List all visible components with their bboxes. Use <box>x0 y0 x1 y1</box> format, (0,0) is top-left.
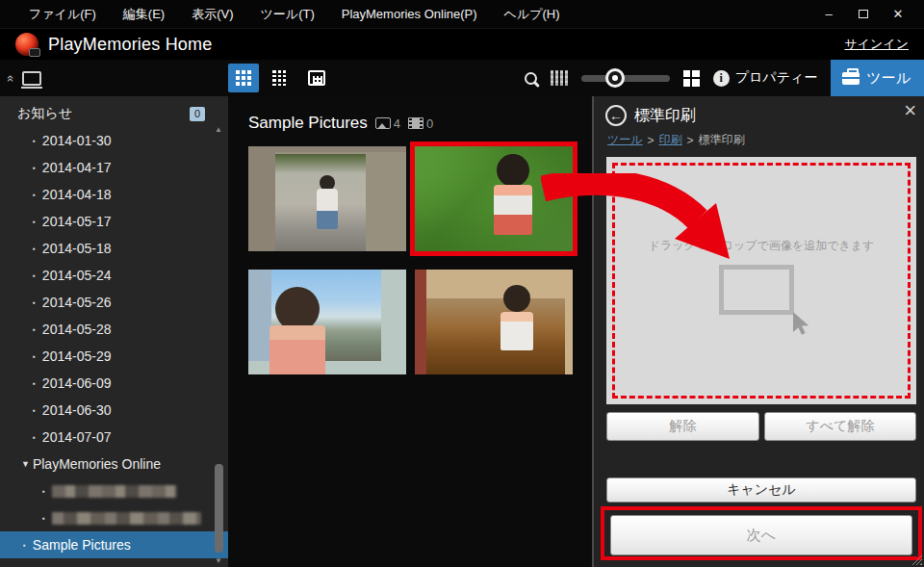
bullet-icon: ▪ <box>33 379 36 388</box>
photo-thumbnail-2-selected[interactable] <box>415 146 573 251</box>
app-title: PlayMemories Home <box>48 35 212 55</box>
monitor-icon[interactable] <box>22 71 41 86</box>
close-window-button[interactable]: ✕ <box>884 4 912 25</box>
sign-in-link[interactable]: サインイン <box>844 36 909 53</box>
sidebar-notice-header[interactable]: お知らせ 0 <box>0 100 228 127</box>
print-dropzone[interactable]: ドラッグ & ドロップで画像を追加できます <box>606 157 916 404</box>
menu-file[interactable]: ファイル(F) <box>0 0 110 29</box>
censored-album-name <box>52 485 177 498</box>
collapse-sidebar-icon[interactable]: « <box>5 74 17 81</box>
thumbnail-grid <box>248 146 606 376</box>
bullet-icon: ▪ <box>33 325 36 334</box>
grid-view-button[interactable] <box>228 64 259 92</box>
maximize-icon <box>859 10 868 18</box>
properties-button[interactable]: i プロパティー <box>713 69 818 87</box>
window-controls: – ✕ <box>814 4 924 25</box>
app-header: PlayMemories Home サインイン <box>0 29 924 60</box>
content-area: お知らせ 0 ▪2014-01-30 ▪2014-04-17 ▪2014-04-… <box>0 96 924 567</box>
date-label: 2014-05-24 <box>42 268 112 283</box>
scroll-up-icon[interactable]: ▲ <box>215 125 222 134</box>
sidebar-item-date[interactable]: ▪2014-05-29 <box>0 343 228 370</box>
search-icon[interactable] <box>525 72 537 85</box>
date-label: 2014-05-17 <box>42 214 112 229</box>
photo-thumbnail-3[interactable] <box>248 270 406 374</box>
menu-edit[interactable]: 編集(E) <box>110 0 178 29</box>
scroll-down-icon[interactable]: ▼ <box>215 556 222 565</box>
release-all-button[interactable]: すべて解除 <box>764 412 916 441</box>
date-label: 2014-05-29 <box>42 348 112 364</box>
list-view-button[interactable] <box>265 64 295 92</box>
breadcrumb-current: 標準印刷 <box>699 132 745 148</box>
photo-thumbnail-1[interactable] <box>248 146 406 251</box>
sample-pictures-label: Sample Pictures <box>33 537 131 553</box>
date-label: 2014-05-18 <box>42 241 112 256</box>
sidebar-item-date[interactable]: ▪2014-01-30 <box>0 127 228 154</box>
breadcrumb-print-link[interactable]: 印刷 <box>659 132 682 148</box>
photo-thumbnail-4[interactable] <box>415 270 573 374</box>
sidebar-item-date[interactable]: ▪2014-05-18 <box>0 235 228 262</box>
playmemories-home-window: ファイル(F) 編集(E) 表示(V) ツール(T) PlayMemories … <box>0 0 924 567</box>
date-label: 2014-06-30 <box>42 402 112 418</box>
standard-print-panel: × ← 標準印刷 ツール > 印刷 > 標準印刷 ドラッグ & ドロップで画像を… <box>592 96 924 567</box>
menu-view[interactable]: 表示(V) <box>178 0 246 29</box>
thumbnail-area: Sample Pictures 4 0 <box>228 96 592 567</box>
breadcrumb-separator: > <box>687 134 694 147</box>
sidebar-item-date[interactable]: ▪2014-07-07 <box>0 424 228 451</box>
sidebar-item-date[interactable]: ▪2014-05-28 <box>0 316 228 343</box>
video-count-value: 0 <box>426 116 433 131</box>
sidebar-item-date[interactable]: ▪2014-06-09 <box>0 370 228 397</box>
date-label: 2014-01-30 <box>42 133 112 148</box>
sidebar-item-date[interactable]: ▪2014-06-30 <box>0 397 228 424</box>
toolbar-right: i プロパティー ツール <box>525 60 924 96</box>
photo-count-value: 4 <box>394 116 400 131</box>
menu-help[interactable]: ヘルプ(H) <box>491 0 574 29</box>
scrollbar-thumb[interactable] <box>215 464 223 553</box>
calendar-view-button[interactable] <box>301 64 332 92</box>
bullet-icon: ▪ <box>23 541 26 550</box>
bullet-icon: ▪ <box>33 164 36 172</box>
bullet-icon: ▪ <box>33 433 36 442</box>
sidebar-group-playmemories-online[interactable]: ▼ PlayMemories Online <box>0 451 228 477</box>
maximize-button[interactable] <box>849 4 878 25</box>
sidebar-scrollbar[interactable]: ▲ ▼ <box>214 121 225 567</box>
date-label: 2014-06-09 <box>42 375 112 391</box>
slider-handle[interactable] <box>605 68 625 88</box>
thumbnail-size-slider[interactable] <box>581 75 670 82</box>
expanded-triangle-icon: ▼ <box>21 459 30 469</box>
sidebar-item-censored[interactable]: ▪ <box>0 477 228 504</box>
back-arrow-icon[interactable]: ← <box>605 105 627 126</box>
censored-album-name <box>52 512 201 525</box>
menu-playmemories-online[interactable]: PlayMemories Online(P) <box>328 0 491 29</box>
photo-count: 4 <box>375 116 400 131</box>
dropzone-placeholder-rect <box>719 265 794 315</box>
zoom-in-grid-icon[interactable] <box>683 70 700 87</box>
cancel-button[interactable]: キャンセル <box>606 477 916 503</box>
breadcrumb-separator: > <box>648 134 654 147</box>
sidebar-item-date[interactable]: ▪2014-05-26 <box>0 289 228 316</box>
next-button[interactable]: 次へ <box>610 515 912 555</box>
date-label: 2014-04-18 <box>42 187 112 202</box>
date-label: 2014-05-26 <box>42 295 112 310</box>
tools-button[interactable]: ツール <box>831 60 924 96</box>
bullet-icon: ▪ <box>42 514 45 523</box>
sidebar-item-sample-pictures[interactable]: ▪Sample Pictures <box>0 531 228 558</box>
close-panel-icon[interactable]: × <box>904 100 916 121</box>
menu-tools[interactable]: ツール(T) <box>247 0 328 29</box>
properties-label: プロパティー <box>735 69 818 87</box>
sidebar-item-date[interactable]: ▪2014-04-17 <box>0 154 228 181</box>
sidebar-item-date[interactable]: ▪2014-04-18 <box>0 181 228 208</box>
release-button[interactable]: 解除 <box>606 412 759 441</box>
sidebar-item-date[interactable]: ▪2014-05-17 <box>0 208 228 235</box>
video-count: 0 <box>408 116 433 131</box>
film-icon <box>408 117 424 129</box>
minimize-button[interactable]: – <box>814 4 843 25</box>
sidebar: お知らせ 0 ▪2014-01-30 ▪2014-04-17 ▪2014-04-… <box>0 96 228 567</box>
sidebar-item-censored[interactable]: ▪ <box>0 504 228 531</box>
zoom-out-grid-icon[interactable] <box>551 70 568 86</box>
bullet-icon: ▪ <box>42 487 45 496</box>
cursor-arrow-icon <box>792 311 813 336</box>
toolbar-left: « <box>0 71 228 86</box>
sidebar-item-date[interactable]: ▪2014-05-24 <box>0 262 228 289</box>
breadcrumb-tools-link[interactable]: ツール <box>607 132 643 148</box>
toolbox-icon <box>842 72 860 85</box>
